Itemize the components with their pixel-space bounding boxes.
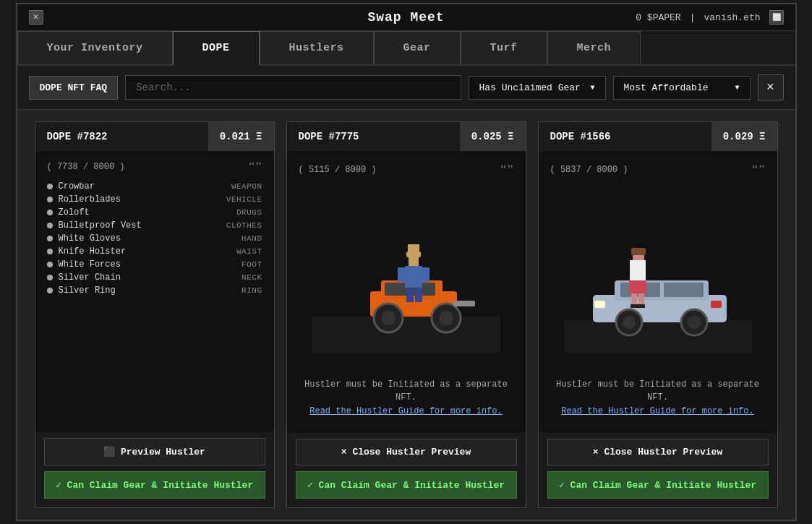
hustler-info: Hustler must be Initiated as a separate …	[296, 371, 517, 424]
filter-unclaimed-dropdown[interactable]: Has Unclaimed Gear ▼	[469, 76, 606, 100]
preview-hustler-button[interactable]: ⬛ Preview Hustler	[44, 438, 265, 465]
gear-name: White Forces	[59, 259, 121, 270]
tab-turf[interactable]: Turf	[461, 31, 547, 64]
card-rank: ( 7738 / 8000 ) ❝❞	[47, 160, 262, 174]
list-item: Silver Chain NECK	[47, 272, 262, 283]
search-input[interactable]	[125, 75, 461, 100]
svg-rect-29	[631, 248, 646, 255]
gear-type: FOOT	[242, 260, 262, 269]
hustler-guide-link[interactable]: Read the Hustler Guide for more info.	[309, 406, 502, 416]
list-item: Zoloft DRUGS	[47, 207, 262, 218]
clear-filters-button[interactable]: ×	[758, 74, 784, 100]
close-button[interactable]: ×	[29, 10, 43, 25]
hustler-message: Hustler must be Initiated as a separate …	[303, 378, 510, 404]
card-id: DOPE #7775	[287, 122, 460, 151]
hustler-preview-image	[312, 208, 500, 353]
gear-name: Zoloft	[59, 207, 90, 218]
tab-hustlers[interactable]: Hustlers	[260, 31, 374, 64]
svg-rect-35	[638, 304, 645, 308]
svg-rect-13	[398, 267, 405, 282]
svg-rect-21	[664, 283, 704, 297]
tab-gear[interactable]: Gear	[374, 31, 461, 64]
svg-point-27	[688, 316, 701, 329]
close-preview-button[interactable]: × Close Hustler Preview	[296, 439, 517, 465]
filter-affordable-dropdown[interactable]: Most Affordable ▼	[613, 76, 751, 100]
svg-rect-34	[631, 304, 638, 308]
claim-gear-button[interactable]: ✓ Can Claim Gear & Initiate Hustler	[296, 471, 517, 499]
gear-type: WEAPON	[231, 182, 262, 191]
gear-dot	[47, 223, 53, 228]
rank-text: ( 5837 / 8000 )	[550, 165, 628, 175]
claim-gear-button[interactable]: ✓ Can Claim Gear & Initiate Hustler	[44, 471, 265, 499]
filter-affordable-label: Most Affordable	[624, 82, 709, 93]
svg-rect-31	[629, 280, 646, 293]
gear-dot	[47, 249, 53, 254]
card-price: 0.029 Ξ	[711, 122, 777, 151]
card-1566: DOPE #1566 0.029 Ξ ( 5837 / 8000 ) ❝❞	[538, 121, 778, 508]
svg-rect-0	[312, 317, 500, 353]
title-bar: × Swap Meet 0 $PAPER | vanish.eth ⬜	[17, 4, 795, 31]
hustler-message: Hustler must be Initiated as a separate …	[555, 378, 761, 404]
card-header: DOPE #7822 0.021 Ξ	[35, 122, 274, 151]
filter-unclaimed-label: Has Unclaimed Gear	[479, 82, 581, 93]
gear-type: WAIST	[236, 247, 262, 256]
title-bar-right: 0 $PAPER | vanish.eth ⬜	[636, 10, 783, 25]
hustler-preview-image	[564, 208, 752, 353]
gear-type: NECK	[242, 273, 262, 282]
claim-gear-button[interactable]: ✓ Can Claim Gear & Initiate Hustler	[547, 471, 769, 499]
gear-dot	[47, 197, 53, 202]
list-item: Crowbar WEAPON	[47, 181, 262, 192]
svg-rect-30	[630, 260, 646, 280]
svg-rect-16	[415, 288, 422, 302]
gear-type: DRUGS	[236, 208, 262, 217]
quote-icon[interactable]: ❝❞	[500, 163, 513, 177]
chevron-down-icon: ▼	[590, 84, 594, 92]
nav-tabs: Your Inventory DOPE Hustlers Gear Turf M…	[17, 31, 795, 66]
gear-type: HAND	[242, 234, 262, 243]
svg-rect-15	[406, 288, 414, 302]
gear-name: Knife Holster	[59, 246, 127, 257]
gear-dot	[47, 236, 53, 241]
svg-point-7	[439, 311, 453, 325]
wallet-separator: |	[690, 12, 696, 23]
gear-name: Bulletproof Vest	[59, 220, 142, 231]
svg-rect-22	[594, 301, 605, 308]
svg-point-25	[623, 316, 636, 329]
card-body: ( 7738 / 8000 ) ❝❞ Crowbar WEAPON Roller…	[35, 151, 274, 432]
svg-point-5	[381, 311, 396, 325]
list-item: White Forces FOOT	[47, 259, 262, 270]
faq-button[interactable]: DOPE NFT FAQ	[29, 76, 119, 100]
card-price: 0.021 Ξ	[208, 122, 274, 151]
card-7822: DOPE #7822 0.021 Ξ ( 7738 / 8000 ) ❝❞ Cr…	[35, 121, 275, 508]
card-id: DOPE #1566	[539, 122, 711, 151]
gear-name: Rollerblades	[59, 194, 121, 205]
gear-name: Crowbar	[59, 181, 95, 192]
svg-rect-17	[564, 320, 752, 353]
wallet-balance: 0 $PAPER	[636, 12, 680, 23]
hustler-guide-link[interactable]: Read the Hustler Guide for more info.	[561, 406, 753, 416]
card-body: ( 5115 / 8000 ) ❝❞	[287, 151, 526, 433]
gear-dot	[47, 288, 53, 293]
tab-dope[interactable]: DOPE	[173, 31, 260, 66]
cards-area: DOPE #7822 0.021 Ξ ( 7738 / 8000 ) ❝❞ Cr…	[17, 110, 795, 520]
gear-type: VEHICLE	[226, 195, 262, 204]
window-title: Swap Meet	[367, 10, 444, 25]
close-preview-button[interactable]: × Close Hustler Preview	[547, 439, 769, 465]
hustler-image	[296, 190, 517, 371]
tab-merch[interactable]: Merch	[547, 31, 641, 64]
gear-dot	[47, 262, 53, 267]
svg-rect-32	[631, 293, 637, 305]
list-item: Rollerblades VEHICLE	[47, 194, 262, 205]
chevron-down-icon: ▼	[735, 84, 739, 92]
maximize-button[interactable]: ⬜	[769, 10, 784, 25]
quote-icon[interactable]: ❝❞	[248, 160, 262, 174]
tab-inventory[interactable]: Your Inventory	[17, 31, 173, 64]
quote-icon[interactable]: ❝❞	[751, 163, 765, 177]
hustler-image	[547, 190, 769, 371]
gear-dot	[47, 184, 53, 189]
list-item: Knife Holster WAIST	[47, 246, 262, 257]
svg-rect-10	[408, 244, 419, 254]
gear-type: CLOTHES	[226, 221, 262, 230]
card-body: ( 5837 / 8000 ) ❝❞	[539, 151, 777, 433]
gear-type: RING	[242, 286, 262, 295]
